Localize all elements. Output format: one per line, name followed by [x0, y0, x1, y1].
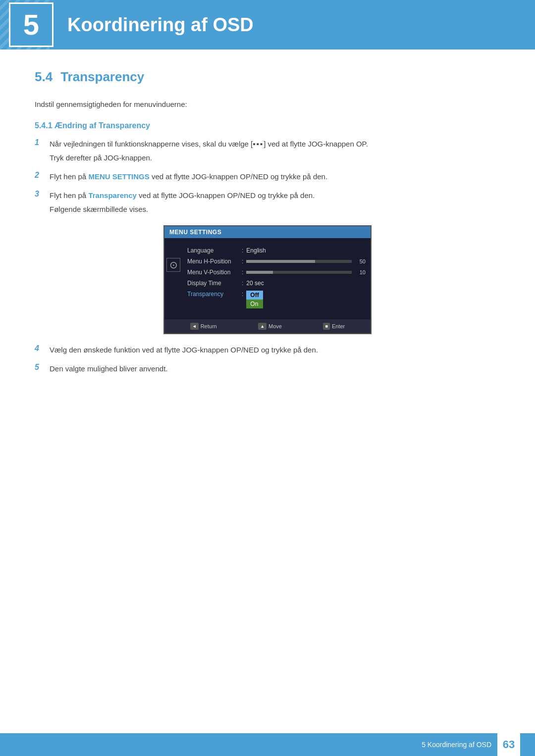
- step-3: 3 Flyt hen på Transparency ved at flytte…: [35, 190, 500, 215]
- steps-list-2: 4 Vælg den ønskede funktion ved at flytt…: [35, 344, 500, 375]
- footer-page-number: 63: [497, 733, 520, 756]
- osd-label-display-time: Display Time: [187, 280, 242, 287]
- osd-menu-items: Language : English Menu H-Position : 50: [182, 243, 371, 316]
- osd-bar-v: 10: [246, 269, 366, 275]
- osd-bar-fill-h: [246, 260, 315, 263]
- step-2: 2 Flyt hen på MENU SETTINGS ved at flytt…: [35, 171, 500, 183]
- subsection-title: 5.4.1 Ændring af Transparency: [35, 121, 500, 130]
- step-5: 5 Den valgte mulighed bliver anvendt.: [35, 363, 500, 375]
- osd-screen: MENU SETTINGS ⊙ Language : English Menu …: [163, 225, 372, 334]
- osd-title-bar: MENU SETTINGS: [164, 226, 371, 238]
- return-icon: ◄: [190, 323, 199, 330]
- osd-bar-fill-v: [246, 271, 272, 274]
- enter-icon: ■: [323, 323, 329, 330]
- osd-row-h-position: Menu H-Position : 50: [187, 258, 366, 265]
- osd-label-language: Language: [187, 247, 242, 254]
- chapter-number: 5: [23, 10, 39, 39]
- osd-btn-move: ▲ Move: [258, 323, 282, 330]
- osd-label-transparency: Transparency: [187, 291, 242, 298]
- osd-value-display-time: 20 sec: [246, 280, 264, 287]
- osd-label-v-position: Menu V-Position: [187, 269, 242, 276]
- osd-dropdown-transparency: Off On: [246, 291, 263, 308]
- step-4: 4 Vælg den ønskede funktion ved at flytt…: [35, 344, 500, 356]
- osd-bar-track-v: [246, 271, 352, 274]
- osd-row-transparency: Transparency : Off On: [187, 291, 366, 308]
- osd-bar-track-h: [246, 260, 352, 263]
- osd-option-on: On: [246, 300, 263, 308]
- step-5-content: Den valgte mulighed bliver anvendt.: [50, 363, 500, 375]
- step-3-sub: Følgende skærmbillede vises.: [50, 203, 500, 215]
- step-4-content: Vælg den ønskede funktion ved at flytte …: [50, 344, 500, 356]
- osd-btn-enter: ■ Enter: [323, 323, 345, 330]
- osd-sidebar-icon: ⊙: [166, 258, 180, 272]
- step-3-number: 3: [35, 190, 50, 199]
- step-1-number: 1: [35, 138, 50, 147]
- osd-bar-num-h: 50: [356, 258, 366, 264]
- section-name: Transparency: [60, 69, 144, 85]
- osd-label-h-position: Menu H-Position: [187, 258, 242, 265]
- step-1-sub: Tryk derefter på JOG-knappen.: [50, 152, 500, 164]
- osd-bar-num-v: 10: [356, 269, 366, 275]
- osd-row-display-time: Display Time : 20 sec: [187, 280, 366, 287]
- osd-btn-return-label: Return: [201, 323, 217, 329]
- osd-footer: ◄ Return ▲ Move ■ Enter: [164, 319, 371, 333]
- page-header: 5 Koordinering af OSD: [0, 0, 535, 50]
- step-2-number: 2: [35, 171, 50, 180]
- move-icon: ▲: [258, 323, 267, 330]
- step-2-content: Flyt hen på MENU SETTINGS ved at flytte …: [50, 171, 500, 183]
- main-content: 5.4 Transparency Indstil gennemsigtighed…: [0, 69, 535, 375]
- section-title: 5.4 Transparency: [35, 69, 500, 85]
- osd-body: ⊙ Language : English Menu H-Position :: [164, 238, 371, 316]
- transparency-highlight: Transparency: [88, 191, 137, 200]
- osd-btn-move-label: Move: [268, 323, 282, 329]
- steps-list: 1 Når vejledningen til funktionsknappern…: [35, 138, 500, 215]
- step-5-number: 5: [35, 363, 50, 372]
- intro-text: Indstil gennemsigtigheden for menuvindue…: [35, 99, 500, 110]
- step-1: 1 Når vejledningen til funktionsknappern…: [35, 138, 500, 164]
- osd-option-off: Off: [246, 291, 263, 300]
- footer-text: 5 Koordinering af OSD: [422, 741, 491, 749]
- section-number: 5.4: [35, 69, 53, 85]
- osd-row-v-position: Menu V-Position : 10: [187, 269, 366, 276]
- osd-value-language: English: [246, 247, 266, 254]
- header-title: Koordinering af OSD: [67, 14, 254, 36]
- step-1-content: Når vejledningen til funktionsknapperne …: [50, 138, 500, 164]
- osd-bar-h: 50: [246, 258, 366, 264]
- osd-btn-enter-label: Enter: [332, 323, 345, 329]
- step-4-number: 4: [35, 344, 50, 353]
- osd-row-language: Language : English: [187, 247, 366, 254]
- step-3-content: Flyt hen på Transparency ved at flytte J…: [50, 190, 500, 215]
- osd-sidebar: ⊙: [164, 243, 182, 316]
- osd-btn-return: ◄ Return: [190, 323, 217, 330]
- page-footer: 5 Koordinering af OSD 63: [0, 733, 535, 756]
- osd-container: MENU SETTINGS ⊙ Language : English Menu …: [35, 225, 500, 334]
- menu-settings-highlight: MENU SETTINGS: [88, 172, 149, 181]
- chapter-number-box: 5: [9, 2, 54, 47]
